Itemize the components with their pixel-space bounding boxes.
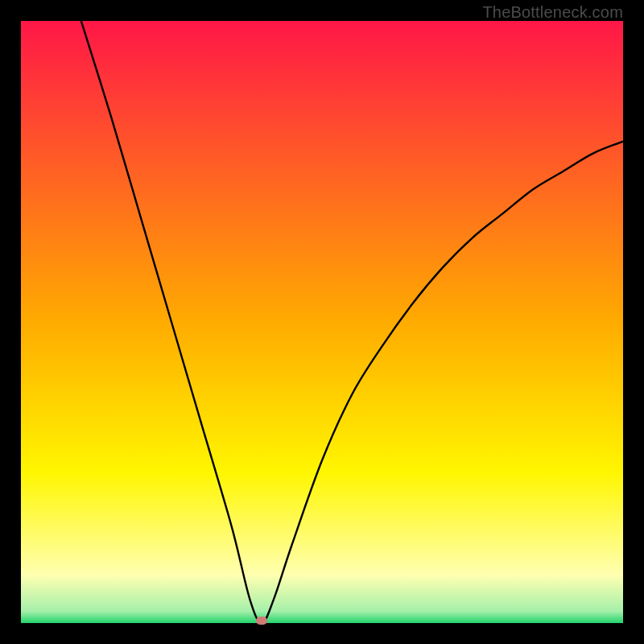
optimal-point-marker	[256, 617, 267, 625]
watermark-text: TheBottleneck.com	[482, 3, 623, 22]
plot-area	[21, 21, 623, 623]
bottleneck-curve	[21, 21, 623, 623]
